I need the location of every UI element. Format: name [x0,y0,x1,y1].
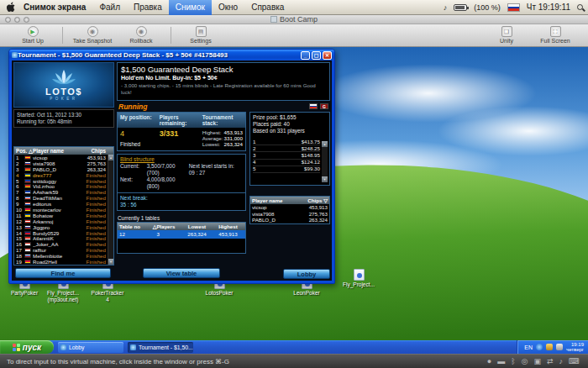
blind-structure-link[interactable]: Blind structure [118,155,157,163]
menu-item[interactable]: Окно [212,0,244,15]
bluetooth-icon[interactable]: ᛒ [511,357,515,365]
tables-list-header[interactable]: Table no△ Players Lowest Highest [118,223,245,230]
prize-scrollbar[interactable]: ▲ ▼ [322,141,328,182]
player-row[interactable]: 12 Arkannoj Finished [14,218,108,224]
status-badge: Running [118,103,147,111]
toolbar-divider [171,27,171,44]
hard-disk-icon[interactable]: ▣ [533,357,541,365]
player-row[interactable]: 16 _Joker_AA Finished [14,241,108,247]
menu-item[interactable]: Снимок [169,0,212,15]
seated-players-header[interactable]: Player name Chips ▽ [250,197,329,204]
seated-player-row[interactable]: vicsop 453,913 [250,204,329,211]
tray-app-icon[interactable] [556,344,563,350]
player-row[interactable]: 3 PABLO_D 263,324 [14,166,108,172]
next-level-label: Next level starts in: [189,163,243,170]
volume-icon[interactable]: ♪ [444,3,448,12]
keyboard-icon[interactable]: ⌨ [569,357,580,365]
country-flag-icon [24,225,31,229]
player-row[interactable]: 18 Mellembiotte Finished [14,253,108,259]
tournament-titlebar[interactable]: Tournament - $1,500 Guaranteed Deep Stac… [9,50,334,60]
close-icon[interactable]: ✕ [323,51,332,60]
player-row[interactable]: 13 Jiggpro Finished [14,224,108,230]
menu-item[interactable]: Правка [127,0,169,15]
view-table-button[interactable]: View table [143,268,220,278]
windows-logo-icon [13,344,20,351]
player-row[interactable]: 2 vista7908 275,763 [14,160,108,166]
table-row-selected[interactable]: 12 3 263,324 453,913 [118,230,245,239]
xp-taskbar: пуск Lobby Tournament - $1,50... EN 19:1… [0,340,588,354]
status-dash-icon[interactable]: ▬ [497,357,505,365]
lobby-button[interactable]: Lobby [283,269,330,279]
player-row[interactable]: 4 drex777 Finished [14,172,108,178]
player-row[interactable]: 17 rafftur Finished [14,247,108,253]
battery-percent: (100 %) [474,3,501,12]
language-indicator[interactable]: EN [524,344,533,350]
country-flag-icon [24,202,31,206]
prize-row[interactable]: 5 $99.30 [253,166,320,173]
country-flag-icon [24,231,31,235]
status-light-icon[interactable]: ● [487,357,491,365]
rollback-button[interactable]: ◉ Rollback [117,26,165,45]
spotlight-search-icon[interactable] [577,4,583,10]
country-flag-icon [24,219,31,223]
desktop-icon[interactable]: Fly_Project... [336,269,381,288]
unity-button[interactable]: ❏ Unity [482,26,531,45]
settings-button[interactable]: ▤ Settings [176,26,225,45]
country-flag-icon [24,179,31,183]
started-at: Started: Oct 11, 2012 13:30 [17,112,111,118]
player-row[interactable]: 10 montecarlov Finished [14,207,108,213]
player-list-scrollbar[interactable]: ▲ ▼ [108,155,113,265]
player-row[interactable]: 19 Road2Hell Finished [14,259,108,265]
tournament-stack-label: Tournament stack: [202,114,243,126]
country-flag-icon [24,260,31,264]
play-icon: ▶ [28,26,39,37]
taskbar-task-button[interactable]: Lobby [58,342,123,353]
scroll-down-icon[interactable]: ▼ [108,259,113,265]
taskbar-task-button[interactable]: Tournament - $1,50... [128,342,193,353]
flag-russia-icon[interactable] [309,103,318,109]
maximize-icon[interactable]: ▢ [312,51,321,60]
tray-app-icon[interactable] [536,344,543,350]
player-row[interactable]: 1 vicsop 453,913 [14,155,108,160]
player-row[interactable]: 15 AtlanntiK Finished [14,235,108,241]
seated-player-row[interactable]: PABLO_D 263,324 [250,217,329,223]
tournament-title: $1,500 Guaranteed Deep Stack [121,65,326,74]
scroll-up-icon[interactable]: ▲ [322,141,328,147]
player-row[interactable]: 8 DeadTiltMan Finished [14,195,108,201]
scroll-up-icon[interactable]: ▲ [108,155,113,160]
player-row[interactable]: 5 snittdoggy Finished [14,178,108,184]
apple-logo-icon[interactable] [5,2,17,13]
next-level-countdown: 09 : 27 [189,170,243,176]
menu-item[interactable]: Снимок экрана [17,0,92,15]
input-language-flag-icon[interactable] [507,3,520,12]
seated-player-row[interactable]: vista7908 275,763 [250,211,329,218]
find-me-button[interactable]: Find me [15,268,111,278]
flag-g-icon[interactable]: G [320,103,328,109]
sound-icon[interactable]: ♪ [559,357,564,365]
full-screen-button[interactable]: ⛶ Full Screen [531,26,580,45]
lotus-icon [51,69,76,87]
cd-drive-icon[interactable]: ◎ [522,357,528,365]
player-row[interactable]: 7 AAshark59 Finished [14,189,108,195]
start-button[interactable]: пуск [0,340,54,354]
tray-app-icon[interactable] [546,344,553,350]
scroll-down-icon[interactable]: ▼ [322,176,328,182]
player-row[interactable]: 11 Bohatow Finished [14,213,108,218]
based-on-players: Based on 331 players [253,128,327,134]
network-icon[interactable]: ⇄ [547,357,554,365]
player-row[interactable]: 6 Vid.zrhoo Finished [14,183,108,189]
menu-bar-clock[interactable]: Чт 19:19:11 [527,3,570,12]
player-list-panel: Pos. △ Player name Chips 1 vicsop 453,91… [13,146,114,265]
player-row[interactable]: 9 editorus Finished [14,201,108,207]
full-screen-icon: ⛶ [550,26,561,37]
stack-highest: 453,913 [224,129,243,135]
start-up-button[interactable]: ▶ Start Up [8,26,57,45]
menu-item[interactable]: Справка [244,0,291,15]
take-snapshot-button[interactable]: ◉ Take Snapshot [68,26,117,45]
taskbar-clock[interactable]: 19:19 четверг [566,342,584,353]
minimize-icon[interactable]: _ [301,51,310,60]
player-row[interactable]: 14 Bundy0529 Finished [14,230,108,236]
player-list-header[interactable]: Pos. △ Player name Chips [14,147,113,155]
menu-item[interactable]: Файл [92,0,127,15]
battery-icon[interactable] [454,4,467,11]
